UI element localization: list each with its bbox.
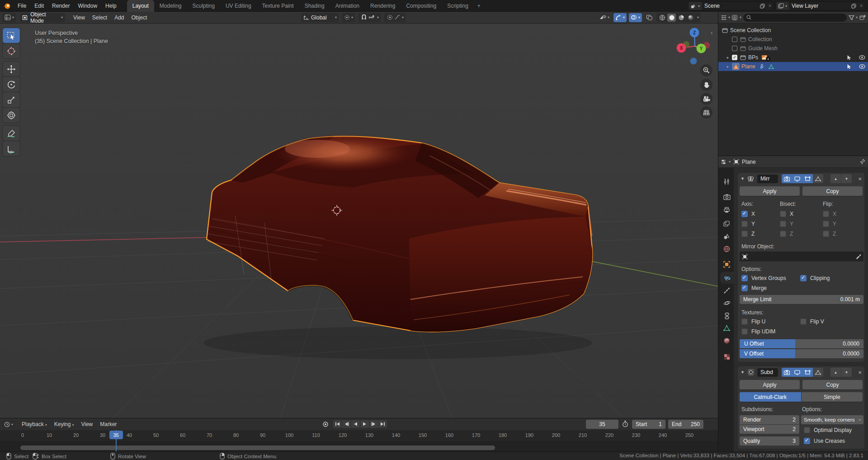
selectable-icon[interactable] <box>844 55 854 60</box>
flip-udim-checkbox[interactable] <box>741 328 748 335</box>
outliner-row-guide-mesh[interactable]: Guide Mesh <box>718 44 868 53</box>
catmull-clark-button[interactable]: Catmull-Clark <box>740 392 801 402</box>
bisect-x-checkbox[interactable] <box>780 211 786 217</box>
optimal-display-checkbox[interactable] <box>804 427 810 433</box>
menu-view[interactable]: View <box>70 12 89 23</box>
pin-icon[interactable] <box>860 159 865 165</box>
modifier-name-field[interactable]: Subd <box>757 368 778 377</box>
axis-y-checkbox[interactable] <box>741 221 748 227</box>
zoom-button[interactable] <box>700 64 712 76</box>
current-frame-field[interactable]: 35 <box>586 420 618 429</box>
tool-select-box[interactable] <box>3 28 20 43</box>
flip-v-checkbox[interactable] <box>800 318 807 325</box>
proportional-dropdown-chevron[interactable]: ▾ <box>402 15 404 19</box>
tab-constraints[interactable] <box>720 310 734 322</box>
modifier-oncage-toggle[interactable] <box>813 174 823 183</box>
marker-menu[interactable]: Marker <box>96 421 120 427</box>
menu-object[interactable]: Object <box>128 12 151 23</box>
tab-physics[interactable] <box>720 297 734 309</box>
tab-object[interactable] <box>720 258 734 270</box>
collection-checkbox[interactable] <box>732 37 737 42</box>
flip-x-checkbox[interactable] <box>823 211 829 217</box>
mode-dropdown[interactable]: Object Mode ▾ <box>20 13 65 22</box>
outliner-row-bps[interactable]: ▸ BPs 4 <box>718 53 868 62</box>
tab-view-layer[interactable] <box>720 218 734 229</box>
scene-unlink-icon[interactable]: × <box>766 3 774 9</box>
viewport-subdivisions-field[interactable]: Viewport 2 <box>740 425 799 434</box>
tab-output[interactable] <box>720 204 734 216</box>
tab-scene[interactable] <box>720 230 734 242</box>
merge-checkbox[interactable] <box>741 285 748 291</box>
modifier-editmode-toggle[interactable] <box>802 174 813 183</box>
play-reverse-button[interactable] <box>351 420 360 428</box>
tool-cursor[interactable] <box>3 43 20 58</box>
menu-edit[interactable]: Edit <box>30 0 48 12</box>
workspace-tab-modeling[interactable]: Modeling <box>154 0 187 12</box>
tab-world[interactable] <box>720 243 734 255</box>
editor-type-button[interactable]: ▾ <box>2 13 16 22</box>
modifier-render-toggle[interactable] <box>782 368 792 377</box>
workspace-tab-shading[interactable]: Shading <box>299 0 330 12</box>
outliner-editor-type-button[interactable]: ▾ <box>721 15 730 20</box>
menu-help[interactable]: Help <box>101 0 121 12</box>
tool-scale[interactable] <box>3 92 20 107</box>
timeline-ruler[interactable]: 0102030405060708090100110120130140150160… <box>0 430 718 441</box>
frame-start-field[interactable]: Start 1 <box>632 420 665 429</box>
use-preview-range-icon[interactable] <box>622 421 628 427</box>
add-workspace-button[interactable]: + <box>474 0 484 12</box>
outliner-row-collection[interactable]: Collection <box>718 35 868 44</box>
modifier-delete-icon[interactable]: × <box>858 175 862 182</box>
sidebar-collapse-chevron[interactable]: ‹ <box>711 29 713 36</box>
outliner-display-mode-button[interactable]: ▾ <box>732 15 741 20</box>
navigation-gizmo[interactable]: Z X Y <box>674 24 715 68</box>
subdiv-apply-button[interactable]: Apply <box>740 380 800 389</box>
modifier-name-field[interactable]: Mirr <box>757 175 778 183</box>
snap-magnet-icon[interactable] <box>360 14 368 20</box>
tab-material[interactable] <box>720 335 734 346</box>
outliner-row-scene-collection[interactable]: Scene Collection <box>718 26 868 35</box>
tab-tool[interactable] <box>720 175 734 187</box>
tab-object-data[interactable] <box>720 322 734 334</box>
timeline-scrollbar[interactable] <box>20 446 495 450</box>
show-overlays-toggle[interactable]: ▾ <box>629 13 642 22</box>
view-layer-copy-icon[interactable] <box>849 4 858 9</box>
timeline-view-menu[interactable]: View <box>77 421 96 427</box>
xray-toggle[interactable] <box>644 13 654 22</box>
record-button[interactable] <box>321 420 330 428</box>
pan-button[interactable] <box>700 79 712 91</box>
playback-menu[interactable]: Playback▾ <box>18 421 51 427</box>
pivot-point-dropdown[interactable]: ▾ <box>342 13 355 22</box>
breadcrumb-object-name[interactable]: Plane <box>742 159 756 165</box>
menu-add[interactable]: Add <box>111 12 127 23</box>
flip-y-checkbox[interactable] <box>823 221 829 227</box>
jump-to-end-button[interactable] <box>378 420 387 428</box>
workspace-tab-layout[interactable]: Layout <box>127 0 154 12</box>
play-button[interactable] <box>360 420 369 428</box>
orthographic-toggle-button[interactable] <box>700 106 712 119</box>
mirror-apply-button[interactable]: Apply <box>740 186 800 196</box>
mirror-copy-button[interactable]: Copy <box>802 186 863 196</box>
workspace-tab-texture-paint[interactable]: Texture Paint <box>257 0 299 12</box>
menu-select[interactable]: Select <box>89 12 111 23</box>
shading-dropdown-chevron[interactable]: ▾ <box>697 15 699 19</box>
tool-transform[interactable] <box>3 108 20 123</box>
tool-annotate[interactable] <box>3 126 20 141</box>
workspace-tab-sculpting[interactable]: Sculpting <box>187 0 220 12</box>
outliner-search-input[interactable] <box>743 14 847 22</box>
uv-smooth-dropdown[interactable]: Smooth, keep corners ▾ <box>801 415 863 424</box>
tab-render[interactable] <box>720 191 734 203</box>
shading-solid-icon[interactable] <box>667 14 676 22</box>
clipping-checkbox[interactable] <box>800 275 807 281</box>
object-visibility-dropdown[interactable]: ▾ <box>598 13 611 22</box>
workspace-tab-compositing[interactable]: Compositing <box>401 0 442 12</box>
outliner-filter-button[interactable]: ▾ <box>849 15 858 20</box>
menu-render[interactable]: Render <box>48 0 74 12</box>
subdiv-copy-button[interactable]: Copy <box>802 380 863 389</box>
scene-copy-icon[interactable] <box>758 4 766 9</box>
merge-limit-field[interactable]: Merge Limit 0.001 m <box>740 295 863 304</box>
modifier-realtime-toggle[interactable] <box>792 368 802 377</box>
simple-button[interactable]: Simple <box>802 392 863 402</box>
gizmo-neg-z-ball[interactable] <box>690 58 697 65</box>
workspace-tab-scripting[interactable]: Scripting <box>442 0 474 12</box>
v-offset-slider[interactable]: V Offset 0.0000 <box>740 349 863 358</box>
